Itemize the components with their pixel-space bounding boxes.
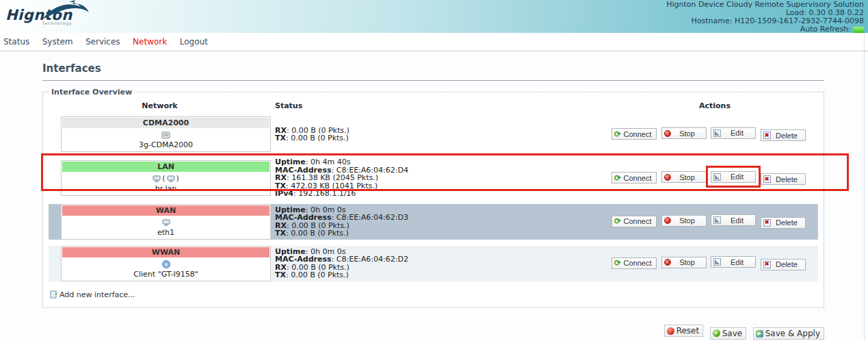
stop-button-wan[interactable]: Stop — [661, 215, 707, 227]
modem-3g-icon — [161, 131, 170, 139]
save-button[interactable]: ✓Save — [710, 327, 746, 340]
header: Hignton technology Hignton Device Cloudy… — [0, 0, 868, 33]
header-info: Hignton Device Cloudy Remote Supervisory… — [666, 1, 864, 34]
col-header-network: Network — [49, 101, 271, 110]
status-label: TX — [275, 134, 286, 142]
status-value: : 0.00 B (0 Pkts.) — [286, 134, 349, 142]
interface-overview-fieldset: Interface Overview Network Status Action… — [42, 88, 824, 308]
network-title-wan: WAN — [62, 205, 269, 216]
status-value: : 0.00 B (0 Pkts.) — [286, 270, 349, 279]
save-apply-button[interactable]: ▶Save & Apply — [753, 327, 824, 340]
network-box-wwan: WWAN Client "GT-I9158" — [61, 246, 271, 281]
status-label: TX — [275, 229, 286, 238]
network-title-cdma2000: CDMA2000 — [62, 118, 269, 128]
nav-item-services[interactable]: Services — [86, 37, 120, 47]
reset-icon — [667, 327, 674, 335]
nav-item-system[interactable]: System — [42, 37, 73, 47]
nav-item-network[interactable]: Network — [133, 37, 167, 47]
edit-button-lan[interactable]: Edit — [711, 171, 756, 183]
interfaces-table: Network Status Actions CDMA2000 — [49, 95, 818, 288]
device-name-wwan: Client "GT-I9158" — [62, 270, 270, 279]
logo-swoosh-icon — [41, 0, 90, 21]
status-label: TX — [275, 270, 286, 279]
edit-icon — [713, 216, 721, 224]
network-box-cdma2000: CDMA2000 3g-CDMA2000 — [61, 116, 271, 152]
wifi-icon — [162, 260, 170, 268]
reset-button[interactable]: Reset — [664, 325, 704, 337]
delete-button-wan[interactable]: ✖Delete — [761, 217, 806, 229]
device-name-wan: eth1 — [62, 228, 270, 237]
stop-button-wwan[interactable]: Stop — [661, 257, 707, 268]
fieldset-legend: Interface Overview — [49, 88, 135, 97]
main-content: Interfaces Interface Overview Network St… — [0, 51, 868, 340]
connect-button-cdma2000[interactable]: ⟳Connect — [611, 128, 657, 140]
delete-button-lan[interactable]: ✖Delete — [761, 173, 806, 185]
connect-refresh-icon: ⟳ — [614, 131, 621, 138]
table-row-wan: WAN eth1 — [49, 204, 818, 240]
nav-item-logout[interactable]: Logout — [180, 37, 208, 47]
network-title-wwan: WWAN — [62, 247, 269, 257]
connect-refresh-icon: ⟳ — [614, 218, 621, 225]
edit-button-wwan[interactable]: Edit — [711, 256, 756, 268]
table-row-wwan: WWAN Client "GT-I9158" — [49, 246, 818, 281]
bridge-ethernet-icons: ( ) — [62, 174, 270, 184]
edit-button-cdma2000[interactable]: Edit — [711, 127, 756, 139]
stop-icon — [664, 259, 671, 266]
stop-icon — [664, 217, 671, 224]
auto-refresh-toggle[interactable] — [853, 27, 864, 33]
stop-icon — [664, 174, 671, 181]
add-new-interface-link[interactable]: Add new interface... — [50, 290, 135, 299]
edit-icon — [713, 173, 721, 181]
table-row-cdma2000: CDMA2000 3g-CDMA2000 — [49, 116, 818, 152]
ethernet-icon — [162, 219, 170, 226]
network-box-lan: LAN ( — [61, 160, 271, 196]
table-header-row: Network Status Actions — [49, 101, 818, 110]
window-right-edge — [864, 33, 865, 341]
save-icon: ✓ — [713, 329, 720, 337]
add-page-icon — [50, 290, 58, 299]
connect-refresh-icon: ⟳ — [614, 260, 621, 266]
col-header-actions: Actions — [611, 101, 818, 110]
delete-button-wwan[interactable]: ✖Delete — [761, 259, 806, 270]
network-title-lan: LAN — [62, 162, 269, 172]
logo: Hignton technology — [5, 8, 73, 25]
page-title: Interfaces — [42, 62, 824, 81]
connect-button-lan[interactable]: ⟳Connect — [611, 172, 657, 184]
edit-button-wan[interactable]: Edit — [711, 214, 756, 226]
delete-icon: ✖ — [763, 175, 771, 183]
delete-icon: ✖ — [763, 131, 771, 139]
auto-refresh-label: Auto Refresh: — [800, 25, 851, 34]
ethernet-icon — [153, 175, 161, 182]
status-value: : 0.00 B (0 Pkts.) — [286, 229, 349, 238]
table-row-lan: LAN ( — [49, 158, 818, 198]
ethernet-icon — [167, 175, 175, 182]
connect-button-wwan[interactable]: ⟳Connect — [611, 257, 657, 269]
connect-button-wan[interactable]: ⟳Connect — [611, 216, 657, 227]
delete-icon: ✖ — [763, 261, 771, 268]
network-box-wan: WAN eth1 — [61, 204, 271, 240]
col-header-status: Status — [271, 101, 611, 110]
save-apply-icon: ▶ — [756, 330, 763, 338]
status-label: IPv4 — [275, 189, 293, 198]
footer-actions: Reset ✓Save ▶Save & Apply — [42, 325, 824, 340]
nav-item-status[interactable]: Status — [3, 37, 29, 47]
stop-button-lan[interactable]: Stop — [661, 171, 707, 183]
status-value: : 192.168.1.1/16 — [293, 189, 356, 198]
device-name-cdma2000: 3g-CDMA2000 — [62, 140, 270, 149]
delete-button-cdma2000[interactable]: ✖Delete — [761, 129, 806, 141]
edit-icon — [713, 129, 721, 137]
main-nav: Status System Services Network Logout — [0, 33, 868, 51]
delete-icon: ✖ — [763, 219, 771, 227]
edit-icon — [713, 258, 721, 266]
stop-icon — [664, 130, 671, 137]
stop-button-cdma2000[interactable]: Stop — [661, 127, 707, 139]
connect-refresh-icon: ⟳ — [614, 175, 621, 181]
device-name-lan: br-lan — [62, 184, 270, 193]
